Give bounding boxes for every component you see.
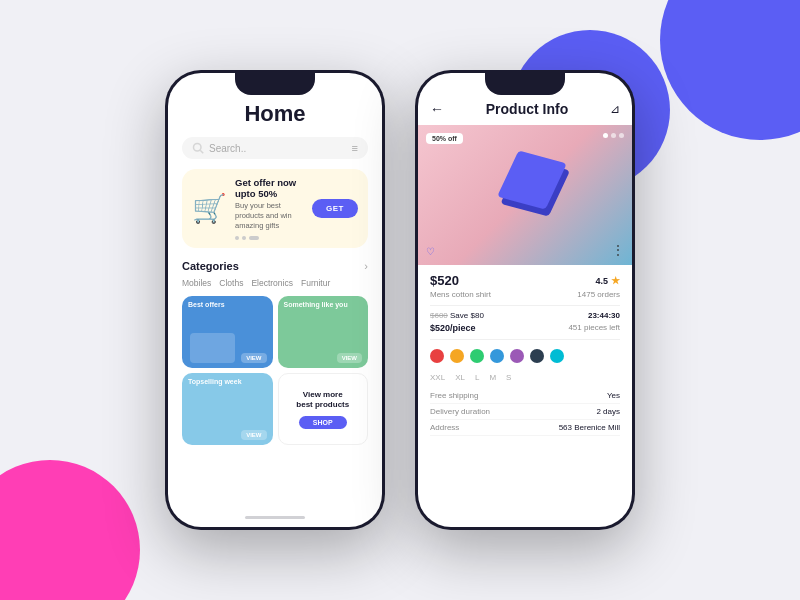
card-1-view[interactable]: VIEW	[241, 353, 266, 363]
product-name: Mens cotton shirt	[430, 290, 491, 299]
dot-active	[249, 236, 259, 240]
promo-banner: 🛒 Get offer now upto 50% Buy your best p…	[182, 169, 368, 248]
home-phone-inner: Home Search.. ≡ 🛒 Get offer now upto 50%	[168, 73, 382, 527]
cat-mobiles[interactable]: Mobiles	[182, 278, 211, 288]
sale-row: $600 Save $80 23:44:30	[430, 311, 620, 320]
color-swatches	[430, 345, 620, 367]
banner-title: Get offer now upto 50%	[235, 177, 304, 199]
product-phone: ← Product Info ⊿ 50% off	[415, 70, 635, 530]
filter-icon[interactable]: ≡	[352, 142, 358, 154]
home-phone: Home Search.. ≡ 🛒 Get offer now upto 50%	[165, 70, 385, 530]
product-card-3[interactable]: Topselling week VIEW	[182, 373, 273, 445]
cat-furniture[interactable]: Furnitur	[301, 278, 330, 288]
info-row-address: Address 563 Berenice Mill	[430, 420, 620, 436]
categories-title: Categories	[182, 260, 239, 272]
color-purple[interactable]	[510, 349, 524, 363]
dot-1	[235, 236, 239, 240]
categories-header: Categories ›	[182, 260, 368, 272]
color-green[interactable]	[470, 349, 484, 363]
product-grid: Best offers VIEW Something like you VIEW…	[182, 296, 368, 445]
search-icon	[192, 142, 204, 154]
card-2-view[interactable]: VIEW	[337, 353, 362, 363]
banner-dots	[235, 236, 304, 240]
get-offer-button[interactable]: GET	[312, 199, 358, 218]
cat-electronics[interactable]: Electronics	[251, 278, 293, 288]
cat-cloths[interactable]: Cloths	[219, 278, 243, 288]
size-s[interactable]: S	[506, 373, 511, 382]
product-3d-box	[507, 155, 567, 215]
original-price-group: $600 Save $80	[430, 311, 484, 320]
info-row-shipping: Free shipping Yes	[430, 388, 620, 404]
search-placeholder: Search..	[209, 143, 347, 154]
card-1-shape	[190, 333, 235, 363]
product-phone-inner: ← Product Info ⊿ 50% off	[418, 73, 632, 527]
home-screen: Home Search.. ≡ 🛒 Get offer now upto 50%	[168, 73, 382, 527]
delivery-value: 2 days	[596, 407, 620, 416]
img-dot-1	[603, 133, 608, 138]
product-image-area: 50% off ♡ ⋮	[418, 125, 632, 265]
back-button[interactable]: ←	[430, 101, 444, 117]
shipping-value: Yes	[607, 391, 620, 400]
product-card-2[interactable]: Something like you VIEW	[278, 296, 369, 368]
card-2-label: Something like you	[284, 301, 348, 308]
delivery-label: Delivery duration	[430, 407, 490, 416]
home-bottom-bar	[245, 516, 305, 519]
save-text: Save $80	[450, 311, 484, 320]
img-dot-2	[611, 133, 616, 138]
address-value: 563 Berenice Mill	[559, 423, 620, 432]
countdown-timer: 23:44:30	[588, 311, 620, 320]
address-label: Address	[430, 423, 459, 432]
dot-2	[242, 236, 246, 240]
product-screen: ← Product Info ⊿ 50% off	[418, 73, 632, 527]
more-products-text: View morebest products	[296, 390, 349, 411]
color-dark[interactable]	[530, 349, 544, 363]
color-blue[interactable]	[490, 349, 504, 363]
card-3-view[interactable]: VIEW	[241, 430, 266, 440]
svg-point-0	[194, 144, 202, 152]
divider-1	[430, 305, 620, 306]
notch-home	[235, 73, 315, 95]
size-m[interactable]: M	[489, 373, 496, 382]
product-info-body: $520 4.5 ★ Mens cotton shirt 1475 orders	[418, 265, 632, 444]
product-header: ← Product Info ⊿	[418, 101, 632, 117]
box-shape	[497, 151, 567, 210]
rating-value: 4.5	[595, 276, 608, 286]
more-options-icon[interactable]: ⋮	[612, 243, 624, 257]
product-card-1[interactable]: Best offers VIEW	[182, 296, 273, 368]
banner-emoji: 🛒	[192, 192, 227, 225]
price-row: $520 4.5 ★	[430, 273, 620, 288]
categories-tabs: Mobiles Cloths Electronics Furnitur	[182, 278, 368, 288]
color-red[interactable]	[430, 349, 444, 363]
phones-container: Home Search.. ≡ 🛒 Get offer now upto 50%	[0, 0, 800, 600]
size-xxl[interactable]: XXL	[430, 373, 445, 382]
banner-content: Get offer now upto 50% Buy your best pro…	[235, 177, 304, 240]
size-l[interactable]: L	[475, 373, 479, 382]
color-orange[interactable]	[450, 349, 464, 363]
star-icon: ★	[611, 275, 620, 286]
image-dots	[603, 133, 624, 138]
banner-subtitle: Buy your best products and win amazing g…	[235, 201, 304, 230]
product-price: $520	[430, 273, 459, 288]
product-header-title: Product Info	[486, 101, 568, 117]
card-3-label: Topselling week	[188, 378, 242, 385]
card-1-label: Best offers	[188, 301, 225, 308]
size-options: XXL XL L M S	[430, 373, 620, 382]
categories-arrow[interactable]: ›	[364, 260, 368, 272]
product-orders: 1475 orders	[577, 290, 620, 299]
home-title: Home	[182, 101, 368, 127]
size-xl[interactable]: XL	[455, 373, 465, 382]
svg-line-1	[200, 150, 203, 153]
img-dot-3	[619, 133, 624, 138]
more-products-card: View morebest products SHOP	[278, 373, 369, 445]
sale-badge: 50% off	[426, 133, 463, 144]
piece-price: $520/piece	[430, 323, 476, 333]
original-price: $600	[430, 311, 448, 320]
shop-button[interactable]: SHOP	[299, 416, 347, 429]
wishlist-icon[interactable]: ♡	[426, 246, 435, 257]
piece-row: $520/piece 451 pieces left	[430, 323, 620, 333]
pieces-left: 451 pieces left	[568, 323, 620, 333]
color-cyan[interactable]	[550, 349, 564, 363]
filter-funnel-icon[interactable]: ⊿	[610, 102, 620, 116]
search-bar[interactable]: Search.. ≡	[182, 137, 368, 159]
info-row-delivery: Delivery duration 2 days	[430, 404, 620, 420]
